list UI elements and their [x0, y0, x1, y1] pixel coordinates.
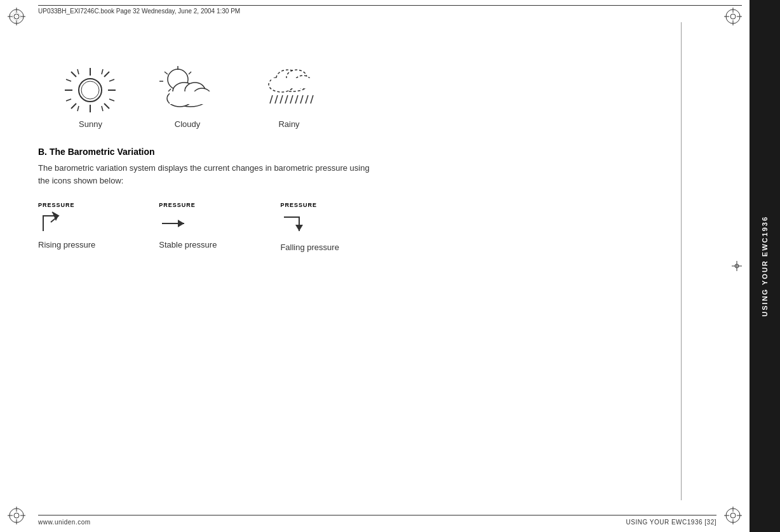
stable-pressure-label-top: PRESSURE [159, 202, 196, 208]
svg-rect-58 [170, 91, 213, 104]
svg-line-71 [300, 95, 303, 103]
main-content: Sunny Cloudy [38, 22, 716, 500]
svg-line-69 [290, 95, 293, 103]
svg-line-40 [66, 99, 71, 101]
pressure-icons-row: PRESSURE Rising pressure PRESSURE Stable… [38, 202, 716, 252]
sidebar-text: USING YOUR EWC1936 [761, 216, 769, 317]
svg-line-70 [295, 95, 298, 103]
stable-pressure-icon [159, 211, 194, 235]
svg-line-43 [77, 106, 79, 111]
svg-point-6 [11, 11, 22, 22]
section-b-container: B. The Barometric Variation The barometr… [38, 147, 716, 187]
mid-right-crosshair [732, 261, 742, 271]
svg-line-72 [306, 95, 308, 103]
svg-line-68 [285, 95, 288, 103]
corner-decoration-bl [8, 507, 25, 524]
svg-point-46 [81, 81, 99, 99]
svg-line-67 [280, 95, 283, 103]
svg-point-15 [14, 513, 19, 518]
svg-point-9 [730, 14, 736, 19]
falling-pressure-icon [280, 211, 315, 237]
svg-line-37 [77, 69, 79, 74]
rainy-label: Rainy [278, 119, 299, 129]
svg-line-65 [270, 95, 272, 103]
right-sidebar: USING YOUR EWC1936 [750, 0, 780, 532]
svg-line-38 [102, 69, 103, 74]
svg-line-73 [311, 95, 313, 103]
rainy-svg [257, 60, 321, 114]
svg-line-41 [109, 79, 114, 81]
pressure-rising: PRESSURE Rising pressure [38, 202, 95, 249]
page-header: UP033BH_EXI7246C.book Page 32 Wednesday,… [38, 5, 742, 15]
svg-line-49 [165, 72, 168, 74]
svg-line-35 [104, 72, 109, 77]
corner-decoration-br [724, 507, 742, 524]
cloudy-svg [156, 63, 219, 114]
svg-line-44 [102, 106, 103, 111]
corner-decoration-tl [8, 8, 25, 25]
footer-right: USING YOUR EWC1936 [32] [626, 519, 716, 526]
rising-pressure-desc: Rising pressure [38, 240, 95, 249]
svg-line-34 [104, 103, 109, 109]
body-line2: the icons shown below: [38, 176, 123, 185]
svg-line-42 [109, 99, 114, 101]
section-b-body: The barometric variation system displays… [38, 162, 432, 187]
cloudy-label: Cloudy [175, 119, 200, 129]
pressure-falling: PRESSURE Falling pressure [280, 202, 339, 252]
stable-pressure-desc: Stable pressure [159, 240, 217, 249]
weather-icons-row: Sunny Cloudy [64, 60, 716, 129]
footer-left: www.uniden.com [38, 519, 91, 526]
falling-pressure-desc: Falling pressure [280, 243, 339, 252]
section-b-heading: B. The Barometric Variation [38, 147, 716, 157]
page-footer: www.uniden.com USING YOUR EWC1936 [32] [38, 515, 716, 526]
svg-marker-76 [178, 220, 184, 227]
weather-icon-sunny: Sunny [64, 67, 118, 129]
svg-point-45 [79, 79, 102, 102]
svg-line-66 [275, 95, 278, 103]
svg-line-39 [66, 79, 71, 81]
pressure-stable: PRESSURE Stable pressure [159, 202, 217, 249]
header-text: UP033BH_EXI7246C.book Page 32 Wednesday,… [38, 8, 240, 15]
weather-icon-cloudy: Cloudy [156, 63, 219, 129]
sunny-svg [64, 67, 118, 114]
svg-line-52 [168, 89, 171, 91]
body-line1: The barometric variation system displays… [38, 163, 370, 173]
rising-pressure-label-top: PRESSURE [38, 202, 75, 208]
svg-point-21 [730, 513, 736, 518]
svg-marker-77 [295, 225, 303, 231]
svg-line-36 [71, 103, 76, 109]
svg-line-33 [71, 72, 76, 77]
svg-line-51 [189, 72, 191, 74]
weather-icon-rainy: Rainy [257, 60, 321, 129]
falling-pressure-label-top: PRESSURE [280, 202, 317, 208]
sunny-label: Sunny [79, 119, 102, 129]
rising-pressure-icon [38, 211, 73, 235]
svg-rect-64 [271, 78, 314, 88]
